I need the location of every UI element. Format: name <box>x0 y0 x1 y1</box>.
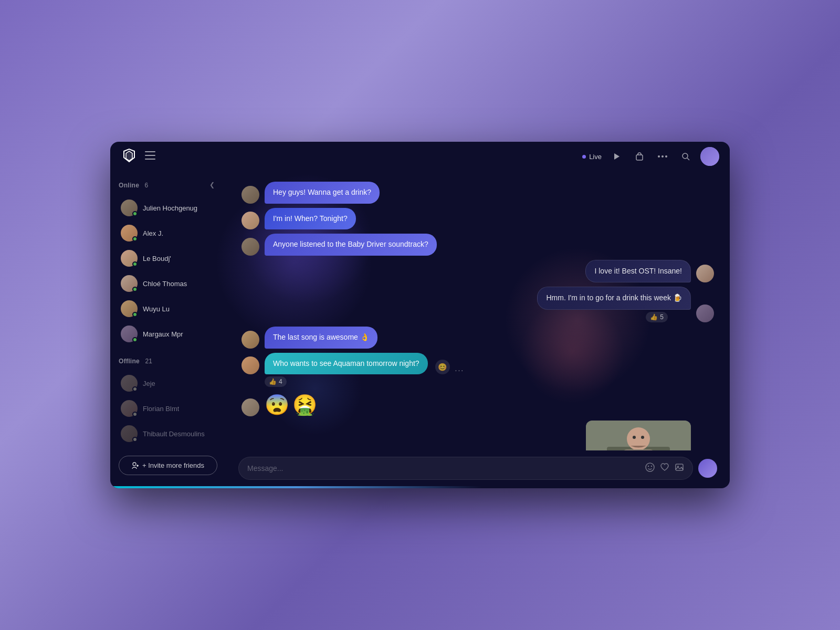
reaction-count: 4 <box>279 378 282 385</box>
message-bubble: The last song is awesome 👌 <box>265 327 377 349</box>
reaction-badge[interactable]: 👍5 <box>646 312 668 322</box>
message-input[interactable] <box>247 464 640 472</box>
message-avatar <box>696 304 714 322</box>
emoji-reactions-row: 😨 🤮 <box>242 391 714 416</box>
message-row-right: Hmm. I'm in to go for a drink this week … <box>242 287 714 322</box>
user-name: Thibault Desmoulins <box>143 430 205 438</box>
app-logo[interactable] <box>121 147 138 166</box>
message-input-wrap <box>238 457 693 480</box>
online-users-list: Julien Hochgenug Alex J. Le Boudj' <box>119 196 217 345</box>
message-bubble: Hey guys! Wanna get a drink? <box>265 182 380 204</box>
emoji-row: 😨 🤮 <box>265 393 317 416</box>
header-actions: Live <box>582 147 719 166</box>
emoji-reaction-button[interactable]: 😊 <box>435 360 450 374</box>
online-count: 6 <box>145 182 149 189</box>
invite-friends-button[interactable]: + Invite more friends <box>119 456 217 475</box>
user-item-chloe[interactable]: Chloé Thomas <box>119 272 217 295</box>
offline-count: 21 <box>145 358 152 365</box>
reaction-badge[interactable]: 👍4 <box>265 376 287 387</box>
svg-rect-1 <box>145 155 155 156</box>
svg-point-23 <box>677 466 679 467</box>
user-item-margaux[interactable]: Margaux Mpr <box>119 322 217 345</box>
message-row: The last song is awesome 👌 <box>242 327 714 349</box>
avatar-wrap <box>121 275 138 292</box>
video-thumbnail[interactable] <box>586 421 691 450</box>
message-row: Who wants to see Aquaman tomorrow night?… <box>242 353 714 375</box>
user-item-alex[interactable]: Alex J. <box>119 222 217 245</box>
sidebar: Online 6 ❮ Julien Hochgenug <box>110 171 226 486</box>
chat-area: Hey guys! Wanna get a drink? I'm in! Whe… <box>226 171 730 486</box>
user-item-thibault[interactable]: Thibault Desmoulins <box>119 422 217 445</box>
message-text: I love it! Best OST! Insane! <box>594 267 682 275</box>
svg-rect-0 <box>145 151 155 152</box>
svg-point-17 <box>633 436 636 439</box>
user-name: Wuyu Lu <box>143 305 170 313</box>
user-item-jeje[interactable]: Jeje <box>119 372 217 395</box>
message-bubble: Who wants to see Aquaman tomorrow night? <box>265 353 428 375</box>
messages-container: Hey guys! Wanna get a drink? I'm in! Whe… <box>226 171 730 450</box>
reaction-row: 👍4 <box>265 376 714 387</box>
reaction-row: 👍5 <box>646 312 668 322</box>
progress-bar <box>110 486 482 488</box>
svg-point-20 <box>648 466 649 467</box>
user-name: Julien Hochgenug <box>143 204 197 212</box>
video-message-row <box>242 421 714 450</box>
emoji-1: 😨 <box>265 393 289 416</box>
offline-users-list: Jeje Florian Blmt Th <box>119 372 217 445</box>
emoji-picker-icon[interactable] <box>645 463 655 474</box>
dots-icon[interactable] <box>654 148 671 165</box>
invite-label: + Invite more friends <box>142 461 204 469</box>
live-dot <box>582 155 586 159</box>
message-row: Hey guys! Wanna get a drink? <box>242 182 714 204</box>
svg-point-7 <box>665 155 667 158</box>
message-avatar <box>242 186 259 204</box>
more-actions-button[interactable]: ··· <box>455 366 465 374</box>
message-avatar <box>242 212 259 229</box>
user-item-florian[interactable]: Florian Blmt <box>119 397 217 420</box>
message-group-7: Who wants to see Aquaman tomorrow night?… <box>242 353 714 387</box>
svg-point-21 <box>651 466 652 467</box>
message-bubble: I love it! Best OST! Insane! <box>585 260 691 283</box>
message-row: I'm in! When? Tonight? <box>242 208 714 230</box>
offline-section: Offline 21 Jeje <box>119 356 217 445</box>
heart-icon[interactable] <box>660 463 669 474</box>
app-header: Live <box>110 142 730 171</box>
search-icon[interactable] <box>677 148 694 165</box>
online-status-dot <box>132 337 138 342</box>
message-group: Hmm. I'm in to go for a drink this week … <box>537 287 691 322</box>
image-icon[interactable] <box>675 463 684 474</box>
svg-point-10 <box>133 463 136 466</box>
online-status-dot <box>132 236 138 242</box>
online-status-dot <box>132 287 138 292</box>
avatar-wrap <box>121 300 138 317</box>
message-text: Anyone listened to the Baby Driver sound… <box>273 240 428 248</box>
message-text: The last song is awesome 👌 <box>273 333 369 341</box>
user-avatar-header[interactable] <box>700 147 719 166</box>
avatar-wrap <box>121 400 138 417</box>
message-avatar <box>242 331 259 349</box>
avatar-wrap <box>121 425 138 442</box>
avatar-wrap <box>121 250 138 267</box>
play-icon[interactable] <box>608 148 625 165</box>
online-label: Online <box>119 182 139 189</box>
avatar-wrap <box>121 326 138 342</box>
offline-label: Offline <box>119 358 140 365</box>
live-label: Live <box>589 153 602 161</box>
message-bubble: Hmm. I'm in to go for a drink this week … <box>537 287 691 310</box>
user-item-julien[interactable]: Julien Hochgenug <box>119 196 217 219</box>
main-content: Online 6 ❮ Julien Hochgenug <box>110 171 730 486</box>
user-name: Florian Blmt <box>143 405 179 413</box>
user-name: Jeje <box>143 380 155 387</box>
bag-icon[interactable] <box>631 148 648 165</box>
message-avatar <box>242 356 259 374</box>
online-status-dot <box>132 312 138 317</box>
message-row-right: I love it! Best OST! Insane! <box>242 260 714 283</box>
offline-status-dot <box>132 412 138 417</box>
send-avatar[interactable] <box>698 459 717 478</box>
message-avatar <box>696 265 714 282</box>
collapse-button[interactable]: ❮ <box>207 180 217 190</box>
user-item-wuyu[interactable]: Wuyu Lu <box>119 297 217 320</box>
message-avatar <box>242 398 259 416</box>
hamburger-icon[interactable] <box>145 151 155 162</box>
user-item-leboudj[interactable]: Le Boudj' <box>119 247 217 270</box>
